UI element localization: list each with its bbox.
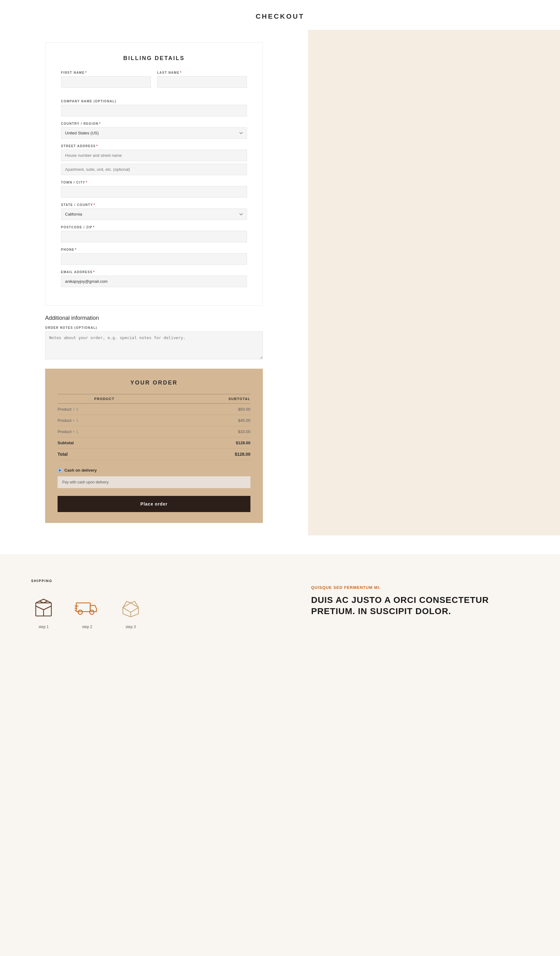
- total-row: Total $128.00: [58, 449, 250, 460]
- state-county-label: State / County*: [61, 203, 247, 207]
- subtotal-row: Subtotal $128.00: [58, 437, 250, 449]
- postcode-input[interactable]: [61, 231, 247, 242]
- step-2-label: step 2: [82, 625, 93, 629]
- subtotal-label: Subtotal: [58, 437, 151, 449]
- order-item-name: Product × 1: [58, 426, 151, 437]
- billing-title: Billing Details: [61, 55, 247, 61]
- shipping-step-3: step 3: [118, 595, 143, 629]
- step-3-icon: [118, 595, 143, 620]
- company-name-group: Company Name (Optional): [61, 99, 247, 116]
- step-2-icon: [75, 595, 99, 620]
- state-select[interactable]: California New York Texas Florida: [61, 208, 247, 220]
- street-address-group: Street Address*: [61, 145, 247, 175]
- order-item-name: Product × 1: [58, 415, 151, 426]
- your-order-title: Your Order: [58, 379, 250, 386]
- step-1-icon: [31, 595, 56, 620]
- total-label: Total: [58, 449, 151, 460]
- country-select[interactable]: United States (US) Canada United Kingdom: [61, 127, 247, 139]
- cash-on-delivery-label: Cash on delivery: [64, 468, 97, 473]
- shipping-description: Duis ac justo a orci consectetur pretium…: [311, 594, 529, 617]
- town-city-input[interactable]: [61, 186, 247, 198]
- postcode-label: Postcode / Zip*: [61, 226, 247, 229]
- page-header: Checkout: [0, 0, 560, 30]
- total-value: $128.00: [151, 449, 250, 460]
- town-city-group: Town / City*: [61, 181, 247, 198]
- order-item-price: $50.00: [151, 404, 250, 415]
- svg-rect-1: [76, 603, 90, 612]
- state-county-group: State / County* California New York Texa…: [61, 203, 247, 220]
- order-item-row: Product × 1 $45.00: [58, 415, 250, 426]
- email-group: Email Address*: [61, 270, 247, 287]
- first-name-input[interactable]: [61, 76, 151, 88]
- additional-info-section: Additional information Order Notes (Opti…: [45, 315, 263, 359]
- email-input[interactable]: [61, 276, 247, 287]
- order-table: Product Subtotal Product × 5 $50.00 Prod…: [58, 394, 250, 460]
- order-item-price: $33.00: [151, 426, 250, 437]
- email-label: Email Address*: [61, 270, 247, 274]
- payment-description: Pay with cash upon delivery.: [58, 476, 250, 488]
- first-name-group: First Name*: [61, 71, 151, 88]
- street-address-input-1[interactable]: [61, 149, 247, 161]
- place-order-button[interactable]: Place order: [58, 496, 250, 512]
- last-name-group: Last Name*: [157, 71, 247, 88]
- postcode-group: Postcode / Zip*: [61, 226, 247, 242]
- shipping-steps: step 1: [31, 595, 249, 629]
- col-product-header: Product: [58, 394, 151, 404]
- phone-group: Phone*: [61, 248, 247, 265]
- right-panel: [308, 30, 560, 535]
- cash-on-delivery-radio[interactable]: [58, 468, 62, 473]
- company-name-input[interactable]: [61, 105, 247, 116]
- company-name-label: Company Name (Optional): [61, 99, 247, 103]
- order-item-name: Product × 5: [58, 404, 151, 415]
- order-notes-textarea[interactable]: [45, 331, 263, 359]
- shipping-section-title: Shipping: [31, 579, 249, 583]
- name-row: First Name* Last Name*: [61, 71, 247, 93]
- order-notes-group: Order Notes (Optional): [45, 326, 263, 359]
- street-address-input-2[interactable]: [61, 164, 247, 175]
- payment-section: Cash on delivery Pay with cash upon deli…: [58, 468, 250, 512]
- order-item-row: Product × 1 $33.00: [58, 426, 250, 437]
- billing-container: Billing Details First Name* Last Name*: [45, 42, 263, 305]
- country-group: Country / Region* United States (US) Can…: [61, 122, 247, 139]
- shipping-section: Shipping step 1: [0, 554, 560, 654]
- order-item-price: $45.00: [151, 415, 250, 426]
- phone-input[interactable]: [61, 253, 247, 265]
- additional-info-title: Additional information: [45, 315, 263, 321]
- svg-point-2: [78, 610, 82, 615]
- page-title: Checkout: [0, 13, 560, 20]
- svg-point-3: [90, 610, 94, 615]
- step-1-label: step 1: [39, 625, 49, 629]
- your-order-section: Your Order Product Subtotal Product × 5 …: [45, 369, 263, 523]
- col-subtotal-header: Subtotal: [151, 394, 250, 404]
- subtotal-value: $128.00: [151, 437, 250, 449]
- order-item-row: Product × 5 $50.00: [58, 404, 250, 415]
- phone-label: Phone*: [61, 248, 247, 252]
- step-3-label: step 3: [126, 625, 136, 629]
- shipping-left: Shipping step 1: [31, 579, 249, 629]
- order-notes-label: Order Notes (Optional): [45, 326, 263, 329]
- street-address-label: Street Address*: [61, 145, 247, 148]
- payment-option: Cash on delivery: [58, 468, 250, 473]
- country-label: Country / Region*: [61, 122, 247, 125]
- last-name-label: Last Name*: [157, 71, 247, 74]
- shipping-step-2: step 2: [75, 595, 99, 629]
- shipping-step-1: step 1: [31, 595, 56, 629]
- shipping-right: Quisque sed fermentum mi. Duis ac justo …: [311, 579, 529, 617]
- town-city-label: Town / City*: [61, 181, 247, 184]
- main-layout: Billing Details First Name* Last Name*: [0, 30, 560, 554]
- shipping-subtitle: Quisque sed fermentum mi.: [311, 585, 529, 590]
- left-panel: Billing Details First Name* Last Name*: [0, 30, 308, 535]
- first-name-label: First Name*: [61, 71, 151, 74]
- last-name-input[interactable]: [157, 76, 247, 88]
